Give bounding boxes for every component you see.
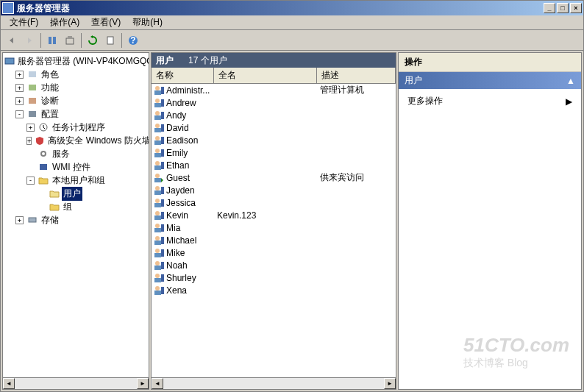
scroll-right-icon[interactable]: ► (137, 378, 149, 389)
list-row[interactable]: Shurley (152, 271, 396, 284)
show-hide-button[interactable] (44, 32, 60, 49)
svg-rect-28 (154, 140, 161, 145)
expand-icon[interactable]: + (15, 71, 24, 79)
folder-icon (38, 175, 49, 185)
tree-scrollbar[interactable]: ◄ ► (3, 377, 149, 389)
svg-rect-8 (29, 85, 36, 90)
scroll-left-icon[interactable]: ◄ (152, 378, 163, 389)
list-row[interactable]: Michael (152, 234, 396, 246)
list-row[interactable]: Andy (152, 109, 396, 121)
export-button[interactable] (62, 32, 78, 49)
col-fullname-header[interactable]: 全名 (214, 68, 317, 83)
menu-help[interactable]: 帮助(H) (127, 15, 168, 30)
titlebar[interactable]: 服务器管理器 _ □ × (1, 1, 583, 15)
tree-storage[interactable]: + 存储 (4, 213, 147, 227)
list-row[interactable]: Jayden (152, 184, 396, 196)
list-row[interactable]: Administr...管理计算机 (152, 84, 396, 96)
list-row[interactable]: KevinKevin.123 (152, 209, 396, 221)
content-area: 服务器管理器 (WIN-VP4KOMGQQ9 + 角色 + 功能 + 诊断 (1, 51, 583, 391)
user-icon (153, 185, 165, 196)
back-button[interactable] (4, 32, 20, 49)
scroll-left-icon[interactable]: ◄ (3, 378, 15, 389)
list-row[interactable]: Jessica (152, 196, 396, 209)
tree-view[interactable]: 服务器管理器 (WIN-VP4KOMGQQ9 + 角色 + 功能 + 诊断 (3, 53, 149, 377)
list-scrollbar[interactable]: ◄ ► (152, 377, 396, 389)
tree-label: 组 (62, 200, 74, 214)
list-row[interactable]: Guest供来宾访问 (152, 171, 396, 184)
properties-button[interactable] (102, 32, 118, 49)
tree-label: 功能 (40, 81, 60, 95)
list-row[interactable]: Ethan (152, 159, 396, 171)
user-name-text: Andy (166, 110, 186, 121)
tree-local-users-groups[interactable]: - 本地用户和组 (4, 174, 147, 187)
scroll-track[interactable] (15, 378, 137, 389)
list-row[interactable]: Noah (152, 259, 396, 271)
server-manager-window: 服务器管理器 _ □ × 文件(F) 操作(A) 查看(V) 帮助(H) ? (0, 0, 584, 392)
list-row[interactable]: David (152, 121, 396, 134)
tree-features[interactable]: + 功能 (4, 81, 147, 94)
actions-section-header[interactable]: 用户 ▲ (399, 72, 581, 89)
chevron-up-icon: ▲ (566, 76, 575, 86)
expand-icon[interactable]: + (26, 137, 32, 145)
diagnostics-icon (26, 96, 38, 106)
user-name-text: Jessica (166, 198, 196, 208)
col-desc-header[interactable]: 描述 (317, 68, 396, 83)
expand-icon[interactable]: + (26, 124, 35, 132)
tree-wmi[interactable]: WMI 控件 (4, 160, 147, 174)
tree-groups[interactable]: 组 (4, 200, 147, 213)
minimize-button[interactable]: _ (544, 3, 555, 13)
action-label: 更多操作 (407, 95, 443, 107)
user-name-text: Ethan (166, 160, 189, 171)
svg-rect-51 (154, 240, 161, 245)
user-name-text: Kevin (166, 210, 188, 221)
list-row[interactable]: Emily (152, 146, 396, 159)
svg-point-20 (155, 99, 160, 103)
tree-users[interactable]: 用户 (4, 187, 147, 200)
svg-rect-57 (154, 266, 161, 270)
scroll-track[interactable] (163, 378, 384, 389)
svg-rect-3 (107, 37, 113, 44)
list-row[interactable]: Mia (152, 221, 396, 234)
menu-action[interactable]: 操作(A) (44, 15, 85, 30)
expand-icon[interactable]: + (15, 84, 24, 92)
tree-roles[interactable]: + 角色 (4, 68, 147, 81)
refresh-button[interactable] (85, 32, 101, 49)
close-button[interactable]: × (570, 3, 582, 13)
collapse-icon[interactable]: - (26, 177, 35, 185)
svg-point-55 (155, 249, 160, 253)
maximize-button[interactable]: □ (557, 3, 569, 13)
config-icon (26, 109, 38, 119)
tree-root[interactable]: 服务器管理器 (WIN-VP4KOMGQQ9 (4, 54, 147, 68)
menu-file[interactable]: 文件(F) (4, 15, 44, 30)
expand-icon[interactable]: + (15, 97, 24, 105)
user-name-text: Mike (166, 248, 185, 258)
list-row[interactable]: Xena (152, 284, 396, 296)
tree-task-scheduler[interactable]: + 任务计划程序 (4, 121, 147, 134)
svg-rect-15 (29, 218, 36, 222)
col-name-header[interactable]: 名称 (152, 68, 214, 83)
expand-icon[interactable]: + (15, 216, 24, 224)
svg-point-29 (155, 136, 160, 140)
svg-rect-53 (161, 237, 164, 244)
actions-title: 操作 (399, 53, 581, 72)
svg-rect-33 (161, 149, 164, 157)
tree-firewall[interactable]: + 高级安全 Windows 防火墙 (4, 134, 147, 147)
forward-button[interactable] (21, 32, 38, 49)
collapse-icon[interactable]: - (15, 110, 24, 118)
tree-services[interactable]: 服务 (4, 147, 147, 160)
help-button[interactable]: ? (125, 32, 141, 49)
action-more[interactable]: 更多操作 ▶ (402, 92, 578, 110)
tree-label: 存储 (40, 213, 60, 227)
tree-config[interactable]: - 配置 (4, 107, 147, 121)
list-row[interactable]: Mike (152, 246, 396, 259)
svg-rect-9 (29, 98, 36, 104)
menu-view[interactable]: 查看(V) (85, 15, 127, 30)
list-body[interactable]: Administr...管理计算机AndrewAndyDavidEadisonE… (152, 84, 396, 377)
svg-rect-25 (154, 128, 161, 132)
separator (40, 33, 41, 48)
list-row[interactable]: Andrew (152, 96, 396, 109)
tree-diagnostics[interactable]: + 诊断 (4, 94, 147, 107)
list-row[interactable]: Eadison (152, 134, 396, 146)
scroll-right-icon[interactable]: ► (384, 378, 396, 389)
svg-point-13 (42, 152, 45, 155)
